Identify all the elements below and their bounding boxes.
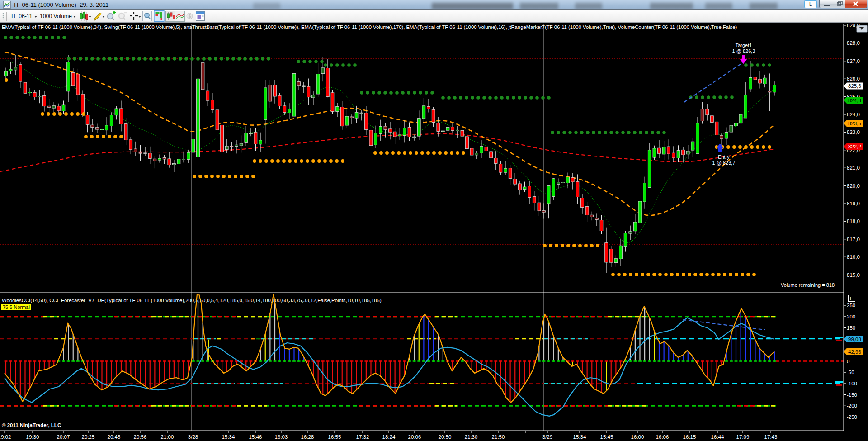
svg-text:18:24: 18:24 xyxy=(382,434,396,440)
svg-text:827,0: 827,0 xyxy=(847,58,860,64)
svg-text:15:34: 15:34 xyxy=(573,434,586,440)
svg-text:15:46: 15:46 xyxy=(249,434,262,440)
svg-text:823,5: 823,5 xyxy=(848,121,861,126)
svg-text:16:55: 16:55 xyxy=(328,434,341,440)
svg-text:-100: -100 xyxy=(847,381,857,386)
svg-text:Target1: Target1 xyxy=(736,43,752,48)
svg-text:1 @ 823,7: 1 @ 823,7 xyxy=(712,160,736,166)
svg-text:17:43: 17:43 xyxy=(764,434,778,440)
svg-text:828,0: 828,0 xyxy=(847,40,860,46)
svg-text:© 2011 NinjaTrader, LLC: © 2011 NinjaTrader, LLC xyxy=(2,422,61,428)
svg-text:17:09: 17:09 xyxy=(736,434,750,440)
svg-text:816,0: 816,0 xyxy=(847,254,860,260)
svg-text:EMA(Typical of TF 06-11 (1000: EMA(Typical of TF 06-11 (1000 Volume),34… xyxy=(2,24,737,30)
svg-text:16:06: 16:06 xyxy=(656,434,669,440)
svg-text:99,08: 99,08 xyxy=(848,337,861,342)
svg-text:16:44: 16:44 xyxy=(711,434,724,440)
svg-text:WoodiesCCI(14,50), CCI_Forecas: WoodiesCCI(14,50), CCI_Forecaster_V7_DE(… xyxy=(2,298,382,303)
svg-text:21:00: 21:00 xyxy=(161,434,174,440)
svg-text:3/28: 3/28 xyxy=(188,434,198,440)
svg-text:-50: -50 xyxy=(847,370,854,375)
svg-text:16:00: 16:00 xyxy=(631,434,644,440)
svg-text:$: $ xyxy=(189,14,191,19)
svg-text:-150: -150 xyxy=(847,392,857,398)
svg-text:20:25: 20:25 xyxy=(82,434,95,440)
svg-text:15:45: 15:45 xyxy=(600,434,613,440)
svg-text:826,0: 826,0 xyxy=(847,76,860,81)
svg-text:820,0: 820,0 xyxy=(847,183,860,189)
svg-text:825,6: 825,6 xyxy=(848,83,861,89)
svg-text:15:34: 15:34 xyxy=(222,434,235,440)
svg-text:16:28: 16:28 xyxy=(301,434,314,440)
svg-text:823,0: 823,0 xyxy=(847,129,860,135)
svg-text:21:30: 21:30 xyxy=(465,434,478,440)
svg-text:818,0: 818,0 xyxy=(847,218,860,224)
svg-text:42,96: 42,96 xyxy=(848,349,861,355)
svg-text:-200: -200 xyxy=(847,403,857,408)
svg-text:17:32: 17:32 xyxy=(356,434,369,440)
svg-text:0: 0 xyxy=(847,359,849,364)
svg-text:Volume remaining = 818: Volume remaining = 818 xyxy=(781,282,835,288)
svg-text:819,0: 819,0 xyxy=(847,201,860,206)
svg-text:150: 150 xyxy=(847,325,855,331)
svg-text:822,2: 822,2 xyxy=(848,144,861,149)
svg-text:20:56: 20:56 xyxy=(134,434,147,440)
svg-text:20:06: 20:06 xyxy=(408,434,421,440)
svg-text:815,0: 815,0 xyxy=(847,272,860,278)
svg-text:16:15: 16:15 xyxy=(683,434,696,440)
svg-text:824,8: 824,8 xyxy=(848,98,861,103)
svg-text:200: 200 xyxy=(847,314,855,319)
svg-text:F: F xyxy=(850,296,853,301)
svg-text:821,0: 821,0 xyxy=(847,165,860,171)
svg-text:-250: -250 xyxy=(847,414,857,420)
svg-text:19:02: 19:02 xyxy=(0,434,11,440)
svg-text:250: 250 xyxy=(847,303,855,308)
svg-text:20:50: 20:50 xyxy=(439,434,452,440)
svg-text:21:50: 21:50 xyxy=(492,434,505,440)
svg-text:20:07: 20:07 xyxy=(57,434,70,440)
svg-text:3/29: 3/29 xyxy=(542,434,552,440)
svg-text:817,0: 817,0 xyxy=(847,237,860,242)
svg-text:1 @ 826,3: 1 @ 826,3 xyxy=(732,48,755,54)
svg-text:824,0: 824,0 xyxy=(847,112,860,117)
svg-text:75,5 Normal: 75,5 Normal xyxy=(3,304,30,310)
svg-text:19:30: 19:30 xyxy=(26,434,39,440)
svg-text:Entry: Entry xyxy=(718,154,730,160)
svg-text:20:45: 20:45 xyxy=(108,434,121,440)
svg-text:16:03: 16:03 xyxy=(275,434,288,440)
